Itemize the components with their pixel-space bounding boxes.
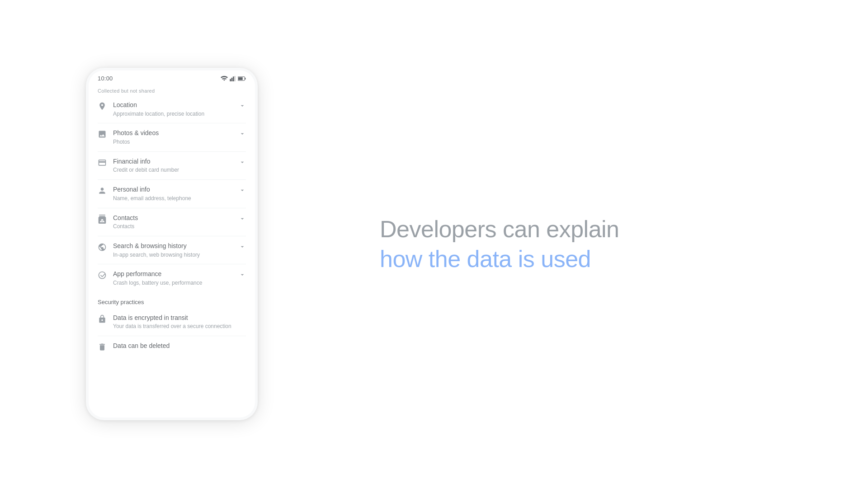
lock-icon <box>98 314 107 324</box>
photos-title: Photos & videos <box>113 129 232 138</box>
performance-subtitle: Crash logs, battery use, performance <box>113 279 232 287</box>
list-item[interactable]: Contacts Contacts <box>89 209 255 235</box>
deletable-content: Data can be deleted <box>113 342 246 351</box>
svg-rect-0 <box>230 79 231 81</box>
list-item[interactable]: Financial info Credit or debit card numb… <box>89 153 255 178</box>
photos-subtitle: Photos <box>113 138 232 146</box>
photos-content: Photos & videos Photos <box>113 129 232 145</box>
search-content: Search & browsing history In-app search,… <box>113 242 232 258</box>
text-section: Developers can explain how the data is u… <box>344 179 868 310</box>
performance-title: App performance <box>113 270 232 279</box>
personal-title: Personal info <box>113 185 232 194</box>
svg-rect-1 <box>231 78 233 81</box>
status-time: 10:00 <box>98 75 113 82</box>
contacts-content: Contacts Contacts <box>113 214 232 230</box>
phone-content[interactable]: Collected but not shared Location Approx… <box>89 84 255 418</box>
contacts-icon <box>98 215 107 224</box>
list-item: Data can be deleted <box>89 337 255 356</box>
list-item[interactable]: App performance Crash logs, battery use,… <box>89 265 255 291</box>
financial-subtitle: Credit or debit card number <box>113 166 232 174</box>
encrypted-content: Data is encrypted in transit Your data i… <box>113 314 246 330</box>
contacts-subtitle: Contacts <box>113 223 232 230</box>
phone-mockup: 10:00 <box>86 68 258 420</box>
divider <box>98 179 246 180</box>
contacts-chevron-icon <box>239 215 246 222</box>
divider <box>98 336 246 336</box>
status-icons <box>221 76 246 81</box>
credit-card-icon <box>98 158 107 167</box>
list-item[interactable]: Search & browsing history In-app search,… <box>89 237 255 263</box>
divider <box>98 264 246 264</box>
location-subtitle: Approximate location, precise location <box>113 110 232 118</box>
search-chevron-icon <box>239 243 246 250</box>
trash-icon <box>98 343 107 352</box>
location-content: Location Approximate location, precise l… <box>113 101 232 117</box>
encrypted-subtitle: Your data is transferred over a secure c… <box>113 323 246 330</box>
security-section-label: Security practices <box>89 291 255 309</box>
wifi-icon <box>221 76 228 81</box>
status-bar: 10:00 <box>89 70 255 84</box>
battery-icon <box>238 76 246 81</box>
globe-icon <box>98 243 107 252</box>
page-wrapper: 10:00 <box>0 0 868 488</box>
svg-rect-5 <box>245 77 246 79</box>
photo-icon <box>98 130 107 139</box>
person-icon <box>98 186 107 195</box>
personal-chevron-icon <box>239 187 246 194</box>
collected-label: Collected but not shared <box>89 84 255 96</box>
list-item[interactable]: Personal info Name, email address, telep… <box>89 181 255 206</box>
signal-icon <box>230 76 236 81</box>
divider <box>98 236 246 236</box>
divider <box>98 151 246 152</box>
personal-subtitle: Name, email address, telephone <box>113 195 232 202</box>
location-icon <box>98 102 107 111</box>
headline-dark: Developers can explain <box>380 215 814 243</box>
personal-content: Personal info Name, email address, telep… <box>113 185 232 202</box>
location-title: Location <box>113 101 232 110</box>
divider <box>98 208 246 208</box>
deletable-title: Data can be deleted <box>113 342 246 351</box>
svg-rect-6 <box>238 77 243 80</box>
svg-rect-3 <box>234 76 236 81</box>
performance-icon <box>98 271 107 280</box>
list-item[interactable]: Location Approximate location, precise l… <box>89 96 255 122</box>
financial-content: Financial info Credit or debit card numb… <box>113 157 232 174</box>
search-title: Search & browsing history <box>113 242 232 251</box>
performance-chevron-icon <box>239 271 246 278</box>
phone-screen: 10:00 <box>89 70 255 418</box>
performance-content: App performance Crash logs, battery use,… <box>113 270 232 286</box>
photos-chevron-icon <box>239 130 246 137</box>
location-chevron-icon <box>239 102 246 109</box>
list-item: Data is encrypted in transit Your data i… <box>89 309 255 335</box>
divider <box>98 123 246 123</box>
search-subtitle: In-app search, web browsing history <box>113 251 232 259</box>
financial-chevron-icon <box>239 159 246 166</box>
list-item[interactable]: Photos & videos Photos <box>89 124 255 150</box>
financial-title: Financial info <box>113 157 232 166</box>
contacts-title: Contacts <box>113 214 232 223</box>
svg-rect-2 <box>233 76 234 81</box>
headline-blue: how the data is used <box>380 245 814 273</box>
encrypted-title: Data is encrypted in transit <box>113 314 246 323</box>
phone-section: 10:00 <box>0 0 344 488</box>
